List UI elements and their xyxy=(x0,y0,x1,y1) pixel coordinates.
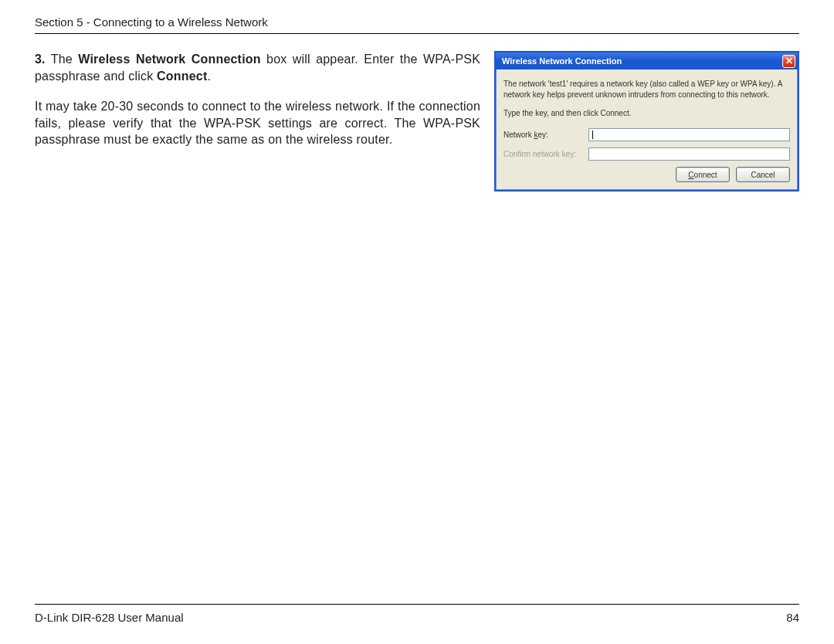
step-3-paragraph: 3. The Wireless Network Connection box w… xyxy=(35,51,480,84)
network-key-label: Network key: xyxy=(503,130,588,139)
connect-button[interactable]: Connect xyxy=(676,167,730,182)
section-title: Section 5 - Connecting to a Wireless Net… xyxy=(35,15,799,29)
manual-title: D-Link DIR-628 User Manual xyxy=(35,611,184,624)
close-icon: ✕ xyxy=(785,56,793,66)
step-bold-2: Connect xyxy=(157,69,207,83)
network-key-row: Network key: xyxy=(503,128,790,141)
network-key-input[interactable] xyxy=(588,128,790,141)
step-number: 3. xyxy=(35,53,46,66)
step-text-post: . xyxy=(207,69,211,83)
dialog-title: Wireless Network Connection xyxy=(502,56,622,66)
dialog-body: The network 'test1' requires a network k… xyxy=(496,69,798,190)
text-caret xyxy=(592,130,593,139)
dialog-titlebar: Wireless Network Connection ✕ xyxy=(496,53,798,69)
page-header: Section 5 - Connecting to a Wireless Net… xyxy=(35,15,799,34)
confirm-key-input[interactable] xyxy=(588,147,790,161)
body-paragraph: It may take 20-30 seconds to connect to … xyxy=(35,98,480,148)
close-button[interactable]: ✕ xyxy=(782,55,795,68)
page-number: 84 xyxy=(786,611,799,624)
step-text-pre: The xyxy=(46,53,79,66)
confirm-key-row: Confirm network key: xyxy=(503,147,790,161)
confirm-key-label: Confirm network key: xyxy=(503,150,588,158)
page-footer: D-Link DIR-628 User Manual 84 xyxy=(35,604,799,624)
wireless-connection-dialog: Wireless Network Connection ✕ The networ… xyxy=(494,51,799,192)
dialog-instruction: Type the key, and then click Connect. xyxy=(503,109,790,117)
dialog-button-row: Connect Cancel xyxy=(503,167,790,182)
dialog-description: The network 'test1' requires a network k… xyxy=(503,79,790,100)
step-bold-1: Wireless Network Connection xyxy=(78,53,260,66)
content-row: 3. The Wireless Network Connection box w… xyxy=(35,51,799,192)
instruction-text-column: 3. The Wireless Network Connection box w… xyxy=(35,51,480,148)
cancel-button[interactable]: Cancel xyxy=(736,167,790,182)
